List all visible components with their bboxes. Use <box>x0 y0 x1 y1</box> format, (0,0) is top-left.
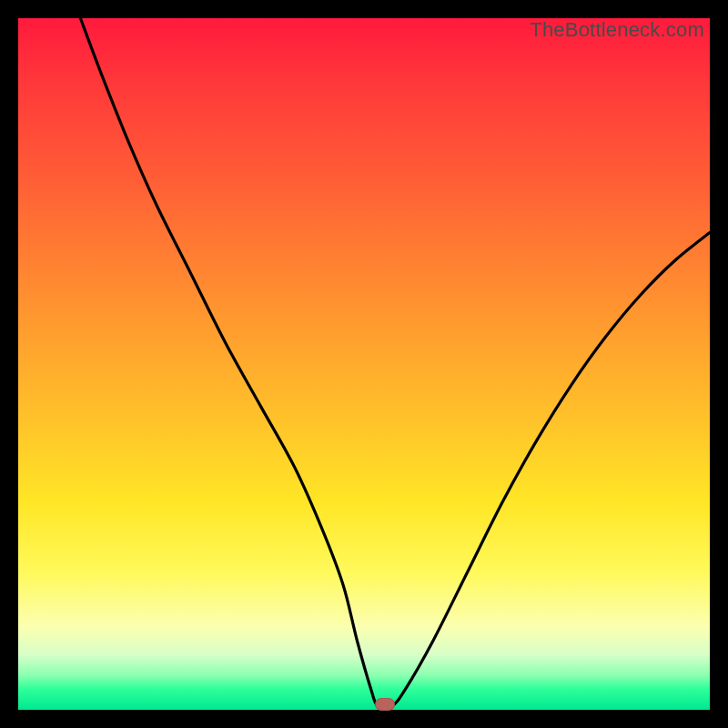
bottleneck-curve <box>80 18 710 709</box>
plot-area: TheBottleneck.com <box>18 18 710 710</box>
curve-svg <box>18 18 710 710</box>
chart-frame: TheBottleneck.com <box>0 0 728 728</box>
optimum-marker <box>375 698 395 711</box>
